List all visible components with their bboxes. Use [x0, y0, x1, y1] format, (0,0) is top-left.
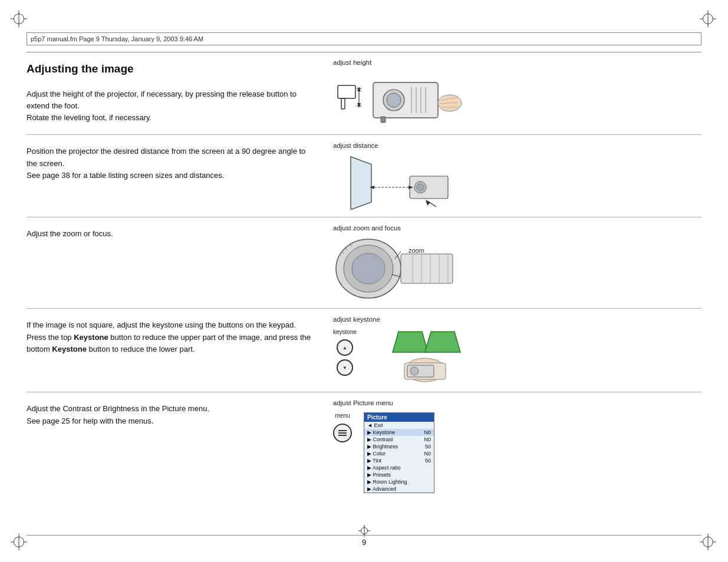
menu-btn [333, 424, 352, 442]
keystone-label: keystone [333, 329, 357, 335]
section4-label: adjust keystone [333, 316, 701, 323]
section-adjust-distance: Position the projector the desired dista… [27, 135, 701, 217]
menu-label: menu [335, 412, 350, 419]
corner-mark-tl [11, 11, 28, 28]
section5-right: adjust Picture menu menu Picture [321, 392, 701, 500]
menu-item-advanced: ▶ Advanced [364, 485, 434, 492]
keystone-illus [366, 329, 484, 385]
corner-mark-br [700, 534, 717, 551]
content-area: Adjusting the image Adjust the height of… [27, 52, 701, 535]
section1-label: adjust height [333, 59, 701, 66]
keystone-up-btn: ▲ [337, 339, 353, 356]
menu-item-brightness: ▶ Brightness50 [364, 443, 434, 450]
svg-marker-44 [393, 332, 428, 352]
menu-title: Picture [364, 413, 434, 422]
svg-marker-45 [425, 332, 460, 352]
section-adjust-height: Adjusting the image Adjust the height of… [27, 52, 701, 135]
keystone-buttons: keystone ▲ ▼ [333, 329, 357, 378]
section1-right: adjust height [321, 52, 701, 134]
height-foot-icon [333, 80, 365, 115]
corner-mark-tr [700, 11, 717, 28]
menu-button-area: menu [333, 412, 352, 442]
section1-illus [333, 71, 701, 124]
section4-left: If the image is not square, adjust the k… [27, 309, 321, 392]
menu-item-contrast: ▶ ContrastN0 [364, 436, 434, 443]
svg-marker-19 [351, 157, 371, 210]
svg-rect-14 [381, 117, 386, 123]
projector-height-illus [370, 71, 465, 124]
section-adjust-keystone: If the image is not square, adjust the k… [27, 309, 701, 392]
svg-rect-50 [338, 430, 347, 431]
page-number-text: 9 [358, 538, 370, 547]
section-adjust-picture: Adjust the Contrast or Brightness in the… [27, 392, 701, 500]
menu-item-aspectratio: ▶ Aspect ratio [364, 464, 434, 471]
section3-label: adjust zoom and focus [333, 224, 701, 232]
header-bar: p5p7 manual.fm Page 9 Thursday, January … [27, 32, 701, 45]
section2-right: adjust distance [321, 135, 701, 217]
menu-item-roomlighting: ▶ Room Lighting [364, 478, 434, 485]
svg-rect-1 [341, 98, 345, 109]
svg-marker-5 [357, 87, 361, 91]
section5-label: adjust Picture menu [333, 399, 701, 406]
section1-text: Adjust the height of the projector, if n… [27, 88, 313, 124]
page-title: Adjusting the image [27, 62, 313, 75]
svg-marker-6 [357, 103, 361, 108]
section2-left: Position the projector the desired dista… [27, 135, 321, 217]
section3-right: adjust zoom and focus zoom focus [321, 217, 701, 308]
corner-mark-bl [11, 534, 28, 551]
svg-point-49 [410, 367, 419, 375]
section5-left: Adjust the Contrast or Brightness in the… [27, 392, 321, 500]
section4-text: If the image is not square, adjust the k… [27, 319, 313, 355]
svg-point-22 [417, 184, 424, 191]
svg-rect-52 [338, 435, 347, 436]
svg-point-30 [352, 253, 385, 284]
section4-right: adjust keystone keystone ▲ ▼ [321, 309, 701, 392]
section-adjust-zoom: Adjust the zoom or focus. adjust zoom an… [27, 217, 701, 309]
section2-illus [333, 154, 701, 210]
section1-left: Adjusting the image Adjust the height of… [27, 52, 321, 134]
menu-item-presets: ▶ Presets [364, 471, 434, 478]
svg-text:zoom: zoom [409, 247, 424, 254]
file-info: p5p7 manual.fm Page 9 Thursday, January … [31, 35, 203, 42]
distance-illus [333, 154, 463, 210]
section3-illus: zoom focus [333, 236, 701, 301]
section2-label: adjust distance [333, 142, 701, 149]
svg-rect-0 [338, 85, 355, 98]
section5-text: Adjust the Contrast or Brightness in the… [27, 403, 313, 427]
section2-text: Position the projector the desired dista… [27, 146, 313, 181]
svg-point-9 [387, 93, 401, 107]
menu-item-color: ▶ ColorN0 [364, 450, 434, 457]
page-number: 9 [358, 525, 370, 547]
menu-item-tint: ▶ Tint50 [364, 457, 434, 464]
section3-left: Adjust the zoom or focus. [27, 217, 321, 308]
svg-marker-27 [426, 200, 430, 206]
menu-item-keystone: ▶ KeystoneN0 [364, 429, 434, 436]
svg-rect-38 [401, 254, 453, 283]
zoom-focus-illus: zoom focus [333, 236, 463, 301]
picture-menu-screenshot: Picture ◄ Exit ▶ KeystoneN0 ▶ ContrastN0… [364, 412, 434, 493]
menu-item-exit: ◄ Exit [364, 422, 434, 429]
section3-text: Adjust the zoom or focus. [27, 228, 313, 240]
svg-rect-51 [338, 432, 347, 434]
keystone-down-btn: ▼ [337, 359, 353, 376]
